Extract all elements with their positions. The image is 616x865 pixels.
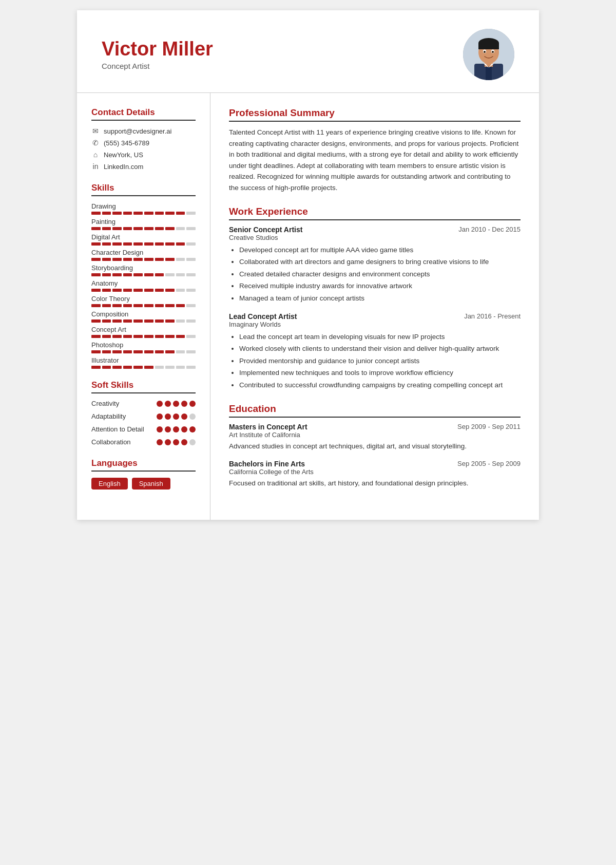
language-tags: EnglishSpanish [91, 478, 196, 490]
work-bullet: Collaborated with art directors and game… [239, 256, 521, 268]
edu-desc: Advanced studies in concept art techniqu… [229, 441, 521, 452]
soft-skill-label: Collaboration [91, 438, 131, 447]
skill-bar-segment [133, 350, 143, 353]
soft-skill-dot [173, 413, 179, 420]
work-company: Imaginary Worlds [229, 321, 521, 328]
summary-text: Talented Concept Artist with 11 years of… [229, 127, 521, 194]
skill-bar-segment [91, 366, 101, 369]
skill-bar-segment [186, 366, 196, 369]
skill-bar-segment [186, 319, 196, 323]
svg-rect-7 [478, 43, 499, 49]
skill-bar-segment [102, 212, 111, 215]
soft-skill-dot [173, 401, 179, 407]
skill-bar-segment [165, 335, 175, 338]
contact-icon: in [91, 162, 100, 171]
candidate-name: Victor Miller [102, 39, 213, 60]
skill-bar-segment [155, 350, 164, 353]
soft-skill-dot [157, 439, 163, 445]
skill-bar-segment [155, 273, 164, 276]
skill-bar-segment [165, 273, 175, 276]
work-bullet: Lead the concept art team in developing … [239, 331, 521, 343]
skill-bar-segment [102, 304, 111, 307]
skill-bar-segment [102, 366, 111, 369]
skill-bar-segment [123, 242, 132, 246]
sidebar: Contact Details ✉support@cvdesigner.ai✆(… [77, 93, 210, 520]
soft-skill-dot [181, 401, 187, 407]
skill-bar-segment [144, 242, 153, 246]
skill-bar-segment [144, 212, 153, 215]
contact-section: Contact Details ✉support@cvdesigner.ai✆(… [91, 107, 196, 171]
skill-bar-segment [186, 242, 196, 246]
skill-label: Painting [91, 218, 196, 225]
work-job-title: Senior Concept Artist [229, 225, 302, 234]
skill-item: Concept Art [91, 326, 196, 338]
skill-bar-segment [91, 335, 101, 338]
skill-bar-segment [144, 366, 153, 369]
soft-skill-dot [173, 439, 179, 445]
skill-label: Storyboarding [91, 264, 196, 272]
skill-bar-segment [155, 304, 164, 307]
skill-bar-segment [112, 304, 122, 307]
soft-skill-dot [157, 401, 163, 407]
skill-bar-segment [123, 273, 132, 276]
skill-bar-segment [123, 350, 132, 353]
skill-bar-segment [102, 258, 111, 261]
edu-header: Masters in Concept Art Sep 2009 - Sep 20… [229, 423, 521, 431]
skill-bar-segment [176, 319, 185, 323]
skill-item: Digital Art [91, 233, 196, 246]
work-bullet: Developed concept art for multiple AAA v… [239, 245, 521, 256]
work-header: Senior Concept Artist Jan 2010 - Dec 201… [229, 225, 521, 234]
soft-skills-section: Soft Skills CreativityAdaptabilityAttent… [91, 380, 196, 447]
soft-skill-label: Adaptability [91, 412, 126, 421]
skill-bar-segment [155, 242, 164, 246]
skill-bar-segment [155, 258, 164, 261]
work-date: Jan 2010 - Dec 2015 [458, 225, 521, 233]
avatar [463, 29, 514, 80]
skill-bar-segment [133, 335, 143, 338]
soft-skill-dot [181, 426, 187, 432]
skill-bar-segment [176, 242, 185, 246]
skill-bar-segment [133, 273, 143, 276]
language-tag: Spanish [132, 478, 170, 490]
skill-bar-segment [91, 212, 101, 215]
skill-bar-segment [91, 350, 101, 353]
candidate-title: Concept Artist [102, 62, 213, 70]
contact-item: inLinkedIn.com [91, 162, 196, 171]
skill-bar-segment [165, 289, 175, 292]
work-bullet: Provided mentorship and guidance to juni… [239, 355, 521, 367]
edu-entries: Masters in Concept Art Sep 2009 - Sep 20… [229, 423, 521, 489]
skill-bar-segment [102, 227, 111, 230]
main-content: Professional Summary Talented Concept Ar… [210, 93, 539, 520]
soft-skill-dot [165, 413, 171, 420]
skill-bar-segment [165, 350, 175, 353]
header-left: Victor Miller Concept Artist [102, 39, 213, 71]
skill-bar-segment [186, 350, 196, 353]
skill-bar-segment [176, 258, 185, 261]
skill-bar-segment [91, 258, 101, 261]
skill-bar-segment [112, 335, 122, 338]
skill-bar-segment [144, 319, 153, 323]
education-section: Education Masters in Concept Art Sep 200… [229, 403, 521, 489]
header: Victor Miller Concept Artist [77, 10, 539, 93]
skill-bar-segment [102, 273, 111, 276]
skill-bar-segment [123, 319, 132, 323]
skill-bar-segment [165, 242, 175, 246]
skill-bar-segment [165, 366, 175, 369]
skill-bar-segment [165, 212, 175, 215]
languages-section: Languages EnglishSpanish [91, 458, 196, 490]
skill-bar-segment [112, 273, 122, 276]
skill-bar-segment [133, 289, 143, 292]
skill-bar-segment [112, 350, 122, 353]
soft-skill-item: Adaptability [91, 412, 196, 421]
skill-item: Character Design [91, 249, 196, 261]
work-header: Lead Concept Artist Jan 2016 - Present [229, 312, 521, 321]
skill-item: Color Theory [91, 295, 196, 307]
skill-bar-segment [155, 319, 164, 323]
skill-bar-segment [155, 366, 164, 369]
work-company: Creative Studios [229, 234, 521, 241]
soft-skill-dot [189, 413, 196, 420]
skill-bar-segment [91, 319, 101, 323]
skill-bar-segment [165, 319, 175, 323]
skill-bar-segment [176, 304, 185, 307]
skill-bar-segment [112, 227, 122, 230]
